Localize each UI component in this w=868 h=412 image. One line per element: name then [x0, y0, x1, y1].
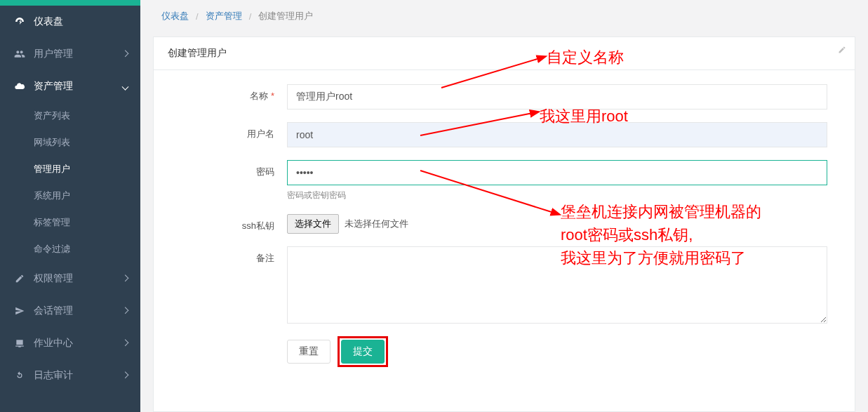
cloud-icon [14, 81, 25, 92]
button-row: 重置 提交 [287, 336, 834, 367]
sidebar-item-label: 仪表盘 [34, 15, 63, 28]
breadcrumb-sep: / [196, 11, 199, 22]
sidebar-sub-system-user[interactable]: 系统用户 [0, 182, 140, 209]
panel-title: 创建管理用户 [168, 47, 227, 58]
submit-highlight-box: 提交 [338, 336, 388, 367]
row-name: 名称* [175, 84, 834, 109]
sidebar-item-session-mgmt[interactable]: 会话管理 [0, 295, 140, 327]
send-icon [14, 305, 25, 317]
pencil-icon[interactable] [838, 46, 846, 54]
sidebar-item-perm-mgmt[interactable]: 权限管理 [0, 263, 140, 295]
sidebar: 仪表盘 用户管理 资产管理 资产列表 网域列表 管理用户 系统用户 标签管理 命… [0, 0, 140, 412]
row-username: 用户名 [175, 122, 834, 147]
sidebar-item-label: 作业中心 [34, 337, 73, 350]
input-password[interactable] [287, 160, 827, 185]
main-area: 仪表盘 / 资产管理 / 创建管理用户 创建管理用户 名称* 用户名 [140, 0, 868, 412]
input-name[interactable] [287, 84, 827, 109]
label-sshkey: ssh私钥 [175, 214, 287, 232]
row-comment: 备注 [175, 246, 834, 324]
sidebar-item-label: 会话管理 [34, 305, 73, 317]
sidebar-sub-admin-user[interactable]: 管理用户 [0, 156, 140, 182]
sidebar-item-job-center[interactable]: 作业中心 [0, 327, 140, 359]
sidebar-item-label: 权限管理 [34, 272, 73, 285]
sidebar-item-label: 日志审计 [34, 369, 73, 382]
sidebar-item-dashboard[interactable]: 仪表盘 [0, 6, 140, 38]
breadcrumb-current: 创建管理用户 [258, 10, 313, 22]
sidebar-sub-cmd-filter[interactable]: 命令过滤 [0, 236, 140, 263]
sidebar-item-asset-mgmt[interactable]: 资产管理 [0, 70, 140, 102]
submit-button[interactable]: 提交 [341, 340, 385, 364]
required-mark: * [271, 91, 274, 101]
sidebar-accent-bar [0, 0, 140, 6]
breadcrumb: 仪表盘 / 资产管理 / 创建管理用户 [140, 0, 868, 29]
admin-user-form: 名称* 用户名 密码 密码或密钥密码 ssh私钥 [154, 70, 855, 381]
refresh-icon [14, 370, 25, 381]
sidebar-sub-domain-list[interactable]: 网域列表 [0, 129, 140, 156]
sidebar-item-label: 用户管理 [34, 48, 73, 60]
dashboard-icon [14, 16, 25, 27]
reset-button[interactable]: 重置 [287, 340, 330, 364]
textarea-comment[interactable] [287, 246, 827, 324]
sidebar-sub-asset-list[interactable]: 资产列表 [0, 102, 140, 129]
monitor-icon [14, 338, 25, 349]
breadcrumb-dashboard[interactable]: 仪表盘 [161, 10, 189, 22]
breadcrumb-sep: / [249, 11, 252, 22]
sidebar-sub-label-mgmt[interactable]: 标签管理 [0, 209, 140, 236]
form-panel: 创建管理用户 名称* 用户名 密码 [153, 36, 855, 412]
sidebar-item-log-audit[interactable]: 日志审计 [0, 359, 140, 392]
panel-heading: 创建管理用户 [154, 37, 855, 70]
file-choose-button[interactable]: 选择文件 [287, 214, 339, 234]
edit-icon [14, 273, 25, 284]
sidebar-item-user-mgmt[interactable]: 用户管理 [0, 38, 140, 70]
label-name: 名称* [175, 84, 287, 102]
sidebar-item-label: 资产管理 [34, 80, 73, 93]
users-icon [14, 48, 25, 60]
file-status-text: 未选择任何文件 [345, 218, 408, 230]
input-username[interactable] [287, 122, 827, 147]
password-help-text: 密码或密钥密码 [287, 190, 827, 201]
label-comment: 备注 [175, 246, 287, 265]
label-password: 密码 [175, 160, 287, 178]
breadcrumb-asset[interactable]: 资产管理 [206, 10, 242, 22]
label-username: 用户名 [175, 122, 287, 140]
row-password: 密码 密码或密钥密码 [175, 160, 834, 201]
row-sshkey: ssh私钥 选择文件 未选择任何文件 [175, 214, 834, 234]
sidebar-submenu-asset: 资产列表 网域列表 管理用户 系统用户 标签管理 命令过滤 [0, 102, 140, 263]
